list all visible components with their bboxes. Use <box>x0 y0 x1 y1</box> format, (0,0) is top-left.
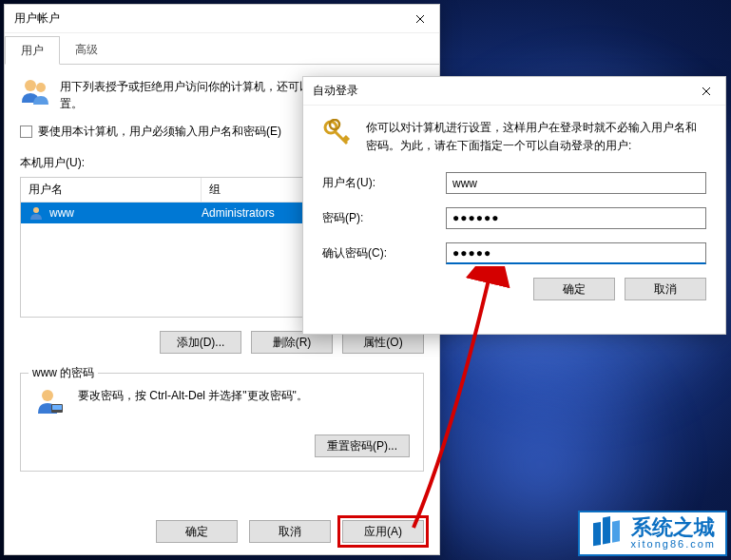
ua-titlebar[interactable]: 用户帐户 <box>5 5 439 33</box>
col-username[interactable]: 用户名 <box>21 178 202 202</box>
close-icon[interactable] <box>697 82 716 101</box>
tab-advanced[interactable]: 高级 <box>60 36 113 65</box>
apply-button[interactable]: 应用(A) <box>342 520 424 543</box>
users-icon <box>20 76 50 106</box>
user-name-cell: www <box>49 206 74 220</box>
al-intro-text: 你可以对计算机进行设置，这样用户在登录时就不必输入用户名和密码。为此，请在下面指… <box>366 119 706 155</box>
tabs: 用户 高级 <box>5 35 439 65</box>
reset-password-button[interactable]: 重置密码(P)... <box>315 434 410 457</box>
username-label: 用户名(U): <box>322 175 446 191</box>
password-label: 密码(P): <box>322 210 446 226</box>
confirm-password-label: 确认密码(C): <box>322 245 446 261</box>
require-login-checkbox[interactable] <box>20 126 32 138</box>
svg-point-3 <box>42 390 53 401</box>
tab-users[interactable]: 用户 <box>5 36 60 65</box>
keys-icon <box>322 119 353 149</box>
close-icon[interactable] <box>411 10 430 29</box>
user-small-icon <box>29 205 44 221</box>
password-input[interactable]: ●●●●●● <box>446 207 706 229</box>
cancel-button[interactable]: 取消 <box>249 520 331 543</box>
ua-title: 用户帐户 <box>14 10 60 27</box>
watermark-cn: 系统之城 <box>631 517 716 538</box>
auto-login-dialog: 自动登录 你可以对计算机进行设置，这样用户在登录时就不必输入用户名和密码。为此，… <box>302 76 726 335</box>
svg-point-0 <box>25 80 36 91</box>
al-ok-button[interactable]: 确定 <box>533 278 615 300</box>
al-cancel-button[interactable]: 取消 <box>625 278 706 300</box>
watermark-logo-icon <box>589 516 624 550</box>
svg-point-2 <box>33 207 39 213</box>
username-input[interactable] <box>446 172 706 194</box>
password-group-title: www 的密码 <box>29 365 98 381</box>
svg-rect-10 <box>612 520 620 542</box>
svg-rect-9 <box>603 516 610 544</box>
require-login-label: 要使用本计算机，用户必须输入用户名和密码(E) <box>38 124 281 140</box>
svg-point-1 <box>36 83 46 92</box>
svg-rect-8 <box>593 522 601 546</box>
al-title: 自动登录 <box>313 83 358 99</box>
password-groupbox: www 的密码 要改密码，按 Ctrl-Alt-Del 并选择"更改密码"。 重… <box>20 373 424 472</box>
watermark-en: xitong86.com <box>631 538 716 550</box>
confirm-password-input[interactable]: ●●●●● <box>446 242 706 264</box>
al-titlebar[interactable]: 自动登录 <box>303 77 725 106</box>
password-user-icon <box>34 387 65 417</box>
ok-button[interactable]: 确定 <box>156 520 238 543</box>
watermark: 系统之城 xitong86.com <box>578 511 727 556</box>
add-button[interactable]: 添加(D)... <box>160 331 241 354</box>
svg-rect-5 <box>52 405 62 410</box>
password-hint: 要改密码，按 Ctrl-Alt-Del 并选择"更改密码"。 <box>78 387 308 404</box>
